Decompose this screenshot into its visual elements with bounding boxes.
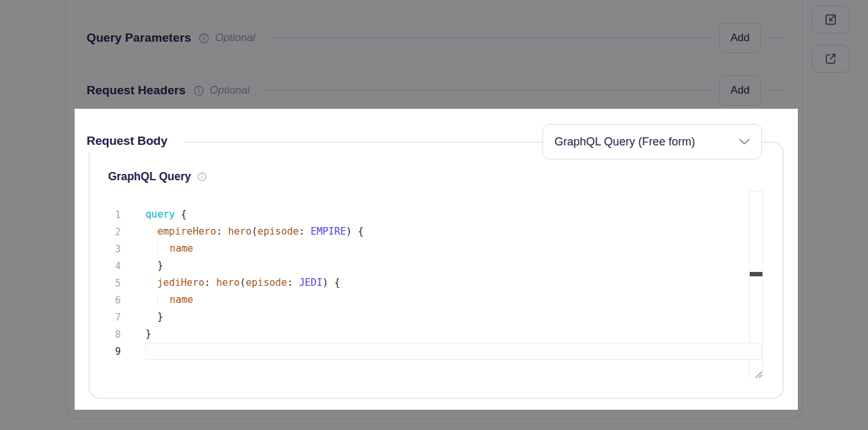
request-headers-title: Request Headers — [87, 83, 186, 97]
request-body-title: Request Body — [87, 134, 168, 148]
line-number: 4 — [104, 261, 121, 272]
graphql-query-label-row: GraphQL Query — [108, 170, 207, 183]
add-request-header-button[interactable]: Add — [719, 75, 761, 106]
code-text: empireHero: hero(episode: EMPIRE) { — [145, 223, 364, 240]
code-text — [145, 343, 762, 360]
code-line-9[interactable]: 9 — [104, 343, 762, 360]
code-text: } — [145, 257, 163, 274]
chevron-down-icon — [739, 138, 750, 145]
code-text: name — [145, 292, 193, 309]
divider-end — [765, 37, 784, 39]
query-parameters-title: Query Parameters — [87, 31, 191, 45]
external-link-icon — [824, 52, 838, 66]
optional-label: Optional — [210, 84, 250, 97]
code-text: jediHero: hero(episode: JEDI) { — [145, 274, 340, 292]
line-number: 6 — [104, 295, 121, 306]
info-icon[interactable] — [197, 172, 207, 181]
line-number: 5 — [104, 278, 121, 289]
line-number: 3 — [104, 243, 121, 255]
overlay-right — [798, 109, 868, 410]
add-query-parameter-button[interactable]: Add — [719, 23, 761, 53]
line-number: 1 — [104, 209, 121, 221]
divider-end — [765, 90, 784, 91]
info-icon[interactable] — [199, 33, 209, 44]
edit-collapse-button[interactable] — [812, 6, 850, 34]
code-line-6[interactable]: 6 name — [104, 292, 762, 309]
resize-grip-icon[interactable] — [754, 369, 764, 379]
code-line-5[interactable]: 5 jediHero: hero(episode: JEDI) { — [104, 274, 762, 292]
section-query-parameters: Query Parameters Optional Add — [87, 23, 784, 53]
code-line-3[interactable]: 3 name — [104, 240, 762, 257]
code-line-8[interactable]: 8} — [104, 326, 762, 343]
code-line-2[interactable]: 2 empireHero: hero(episode: EMPIRE) { — [104, 223, 762, 240]
divider — [271, 37, 710, 39]
divider — [265, 90, 710, 91]
body-type-selected-value: GraphQL Query (Free form) — [554, 135, 739, 149]
code-line-4[interactable]: 4 } — [104, 257, 762, 274]
code-text: name — [145, 240, 193, 257]
open-external-button[interactable] — [812, 45, 850, 73]
section-request-headers: Request Headers Optional Add — [87, 75, 784, 106]
line-number: 8 — [104, 329, 121, 340]
overlay-left — [0, 109, 75, 410]
body-type-select[interactable]: GraphQL Query (Free form) — [542, 124, 762, 159]
request-body-header: Request Body — [77, 130, 184, 152]
code-line-7[interactable]: 7 } — [104, 309, 762, 326]
code-text: } — [145, 326, 151, 343]
code-text: query { — [145, 206, 186, 223]
code-lines: 1query {2 empireHero: hero(episode: EMPI… — [104, 206, 762, 360]
optional-label: Optional — [215, 32, 255, 44]
graphql-query-label: GraphQL Query — [108, 170, 191, 183]
info-icon[interactable] — [193, 85, 204, 96]
code-line-1[interactable]: 1query { — [104, 206, 762, 223]
code-text: } — [145, 309, 163, 326]
edit-collapse-icon — [824, 13, 838, 27]
line-number: 9 — [104, 346, 121, 357]
line-number: 2 — [104, 226, 121, 238]
line-number: 7 — [104, 312, 121, 323]
